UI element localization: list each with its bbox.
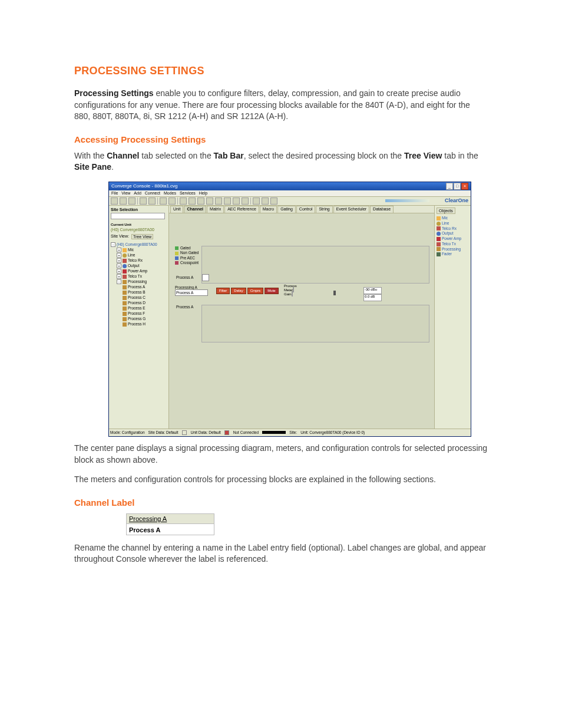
toolbar-button[interactable] [168, 197, 176, 205]
tab-channel[interactable]: Channel [184, 206, 206, 213]
logo: ClearOne [445, 197, 468, 203]
tab-macro[interactable]: Macro [260, 206, 277, 213]
tab-event[interactable]: Event Scheduler [333, 206, 369, 213]
tab-database[interactable]: Database [370, 206, 394, 213]
object-line[interactable]: Line [442, 221, 449, 225]
tree-view-tab[interactable]: Tree View [131, 234, 153, 239]
tab-unit[interactable]: Unit [170, 206, 183, 213]
toolbar-button[interactable] [262, 197, 269, 205]
delay-button[interactable]: Delay [231, 288, 246, 294]
filter-button[interactable]: Filter [216, 288, 230, 294]
channel-label-input[interactable] [175, 289, 208, 296]
minimize-button[interactable]: _ [446, 183, 453, 190]
tree-item-output[interactable]: Output [128, 263, 140, 268]
site-selection-dropdown[interactable] [111, 213, 165, 219]
toolbar-button[interactable] [120, 197, 127, 205]
toolbar-button[interactable] [253, 197, 260, 205]
tree-item-telcotx[interactable]: Telco Tx [128, 274, 142, 278]
tab-gating[interactable]: Gating [277, 206, 296, 213]
tree-item-telcorx[interactable]: Telco Rx [128, 258, 143, 262]
tree-process-c[interactable]: Process C [128, 295, 146, 299]
gain-slider[interactable] [292, 291, 293, 297]
object-output[interactable]: Output [442, 231, 454, 235]
expand-icon[interactable]: + [117, 274, 121, 279]
expand-icon[interactable]: - [111, 242, 115, 247]
toolbar-button[interactable] [180, 197, 187, 205]
tree-process-g[interactable]: Process G [128, 317, 146, 321]
toolbar-button[interactable] [128, 197, 135, 205]
level-meter [293, 287, 294, 292]
processing-icon [123, 285, 127, 289]
inset-title: Processing A [127, 514, 214, 523]
toolbar-button[interactable] [111, 197, 118, 205]
menu-add[interactable]: Add [134, 191, 141, 195]
tree-process-b[interactable]: Process B [128, 290, 146, 294]
legend-preaec-icon [175, 256, 178, 260]
inset-input[interactable] [127, 525, 214, 535]
expand-icon[interactable]: - [117, 279, 121, 284]
object-fader[interactable]: Fader [442, 252, 452, 256]
toolbar-button[interactable] [206, 197, 213, 205]
input-routing-matrix[interactable] [201, 246, 429, 284]
object-telcorx[interactable]: Telco Rx [442, 226, 457, 230]
tree-process-e[interactable]: Process E [128, 306, 146, 310]
tree-process-h[interactable]: Process H [128, 322, 146, 326]
tree-process-d[interactable]: Process D [128, 301, 146, 305]
toolbar-button[interactable] [242, 197, 249, 205]
mute-button[interactable]: Mute [265, 288, 278, 294]
input-row-label: Process A [176, 275, 193, 279]
tree-item-line[interactable]: Line [128, 253, 135, 257]
menu-modes[interactable]: Modes [164, 191, 176, 195]
toolbar-button[interactable] [224, 197, 231, 205]
tree-process-f[interactable]: Process F [128, 311, 145, 315]
tab-string[interactable]: String [316, 206, 332, 213]
gain-value-input[interactable]: 0.0 dB [363, 294, 382, 301]
menu-view[interactable]: View [121, 191, 130, 195]
meter-readout: -30 dBu [363, 287, 382, 294]
tab-matrix[interactable]: Matrix [207, 206, 224, 213]
toolbar-button[interactable] [140, 197, 147, 205]
compressor-button[interactable]: Cmprs [247, 288, 264, 294]
object-processing[interactable]: Processing [442, 247, 461, 251]
toolbar-button[interactable] [270, 197, 277, 205]
processing-icon [437, 247, 441, 251]
toolbar-button[interactable] [197, 197, 204, 205]
toolbar-button[interactable] [189, 197, 196, 205]
tab-control[interactable]: Control [296, 206, 316, 213]
close-button[interactable]: × [461, 183, 468, 190]
object-telcotx[interactable]: Telco Tx [442, 242, 456, 246]
tree-item-poweramp[interactable]: Power Amp [128, 269, 147, 273]
legend-crosspoint-icon [175, 261, 178, 265]
maximize-button[interactable]: □ [454, 183, 461, 190]
toolbar-button[interactable] [160, 197, 167, 205]
menu-services[interactable]: Services [180, 191, 196, 195]
objects-tab[interactable]: Objects [437, 207, 455, 214]
legend-gated-icon [175, 246, 178, 250]
object-poweramp[interactable]: Power Amp [442, 236, 461, 241]
tree-item-mic[interactable]: Mic [128, 248, 134, 252]
toolbar-button[interactable] [215, 197, 222, 205]
expand-icon[interactable]: + [117, 269, 121, 274]
tree-root[interactable]: (H0) Converge880TA00 [117, 242, 157, 246]
expand-icon[interactable]: + [117, 253, 121, 258]
page-title: PROCESSING SETTINGS [74, 65, 488, 77]
menu-connect[interactable]: Connect [145, 191, 160, 195]
mic-icon [123, 248, 127, 252]
objects-pane: Objects Mic Line Telco Rx Output Power A… [434, 206, 471, 429]
slider-knob[interactable] [333, 291, 336, 295]
expand-icon[interactable]: + [117, 248, 121, 252]
menu-file[interactable]: File [111, 191, 118, 195]
tab-aec[interactable]: AEC Reference [224, 206, 259, 213]
processing-icon [123, 312, 127, 316]
toolbar-separator [137, 197, 138, 205]
tree-process-a[interactable]: Process A [128, 285, 145, 289]
output-routing-matrix[interactable] [201, 305, 429, 342]
current-unit-link[interactable]: (H0) Converge880TA00 [111, 228, 167, 232]
menu-help[interactable]: Help [199, 191, 207, 195]
expand-icon[interactable]: + [117, 263, 121, 268]
toolbar-button[interactable] [233, 197, 240, 205]
object-mic[interactable]: Mic [442, 216, 448, 220]
expand-icon[interactable]: + [117, 258, 121, 263]
tree-item-processing[interactable]: Processing [128, 279, 147, 284]
toolbar-button[interactable] [148, 197, 156, 205]
